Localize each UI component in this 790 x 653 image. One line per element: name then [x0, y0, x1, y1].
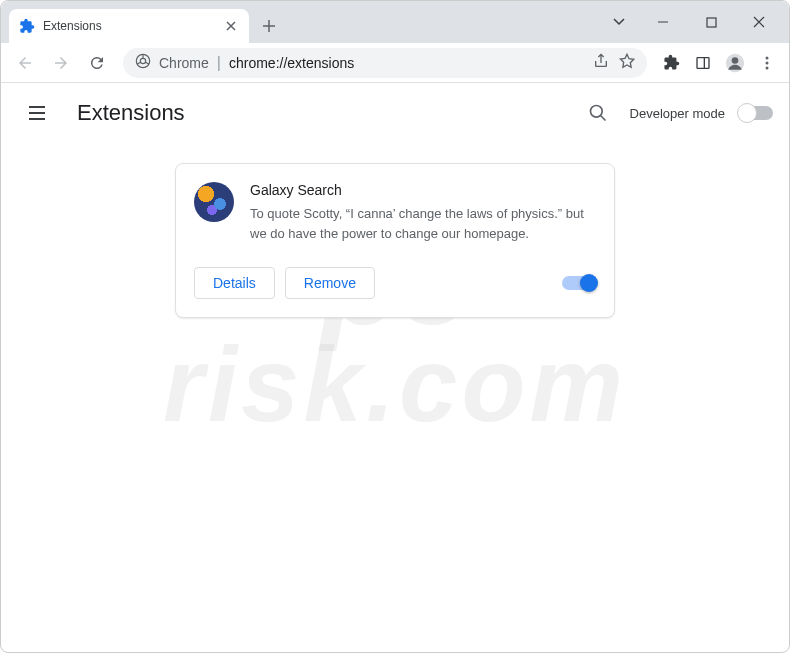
maximize-button[interactable] [689, 6, 733, 38]
window-controls [601, 1, 789, 43]
svg-rect-3 [697, 57, 709, 68]
browser-toolbar: Chrome | chrome://extensions [1, 43, 789, 83]
back-button[interactable] [9, 47, 41, 79]
svg-point-7 [766, 56, 769, 59]
svg-line-11 [600, 116, 605, 121]
star-icon[interactable] [619, 53, 635, 73]
new-tab-button[interactable] [255, 12, 283, 40]
developer-mode-toggle[interactable] [739, 106, 773, 120]
svg-point-6 [732, 57, 739, 64]
svg-point-2 [140, 58, 145, 63]
search-icon[interactable] [580, 95, 616, 131]
url-prefix: Chrome [159, 55, 209, 71]
url-text: chrome://extensions [229, 55, 354, 71]
menu-icon[interactable] [753, 49, 781, 77]
browser-tab[interactable]: Extensions [9, 9, 249, 43]
tab-title: Extensions [43, 19, 215, 33]
page-header: Extensions Developer mode [1, 83, 789, 143]
close-icon[interactable] [223, 18, 239, 34]
svg-point-8 [766, 61, 769, 64]
minimize-button[interactable] [641, 6, 685, 38]
extensions-icon[interactable] [657, 49, 685, 77]
svg-rect-0 [707, 18, 716, 27]
hamburger-icon[interactable] [17, 93, 57, 133]
sidepanel-icon[interactable] [689, 49, 717, 77]
extension-toggle[interactable] [562, 276, 596, 290]
svg-point-10 [590, 106, 602, 118]
reload-button[interactable] [81, 47, 113, 79]
details-button[interactable]: Details [194, 267, 275, 299]
close-window-button[interactable] [737, 6, 781, 38]
forward-button[interactable] [45, 47, 77, 79]
puzzle-icon [19, 18, 35, 34]
address-bar[interactable]: Chrome | chrome://extensions [123, 48, 647, 78]
chevron-down-icon[interactable] [601, 6, 637, 38]
share-icon[interactable] [593, 53, 609, 73]
page-title: Extensions [77, 100, 185, 126]
remove-button[interactable]: Remove [285, 267, 375, 299]
extension-card: Galaxy Search To quote Scotty, “I canna’… [175, 163, 615, 318]
profile-icon[interactable] [721, 49, 749, 77]
window-titlebar: Extensions [1, 1, 789, 43]
extension-icon [194, 182, 234, 222]
extensions-list: Galaxy Search To quote Scotty, “I canna’… [1, 143, 789, 338]
developer-mode-label: Developer mode [630, 106, 725, 121]
extension-name: Galaxy Search [250, 182, 596, 198]
svg-point-9 [766, 66, 769, 69]
extension-description: To quote Scotty, “I canna’ change the la… [250, 204, 596, 243]
chrome-icon [135, 53, 151, 73]
